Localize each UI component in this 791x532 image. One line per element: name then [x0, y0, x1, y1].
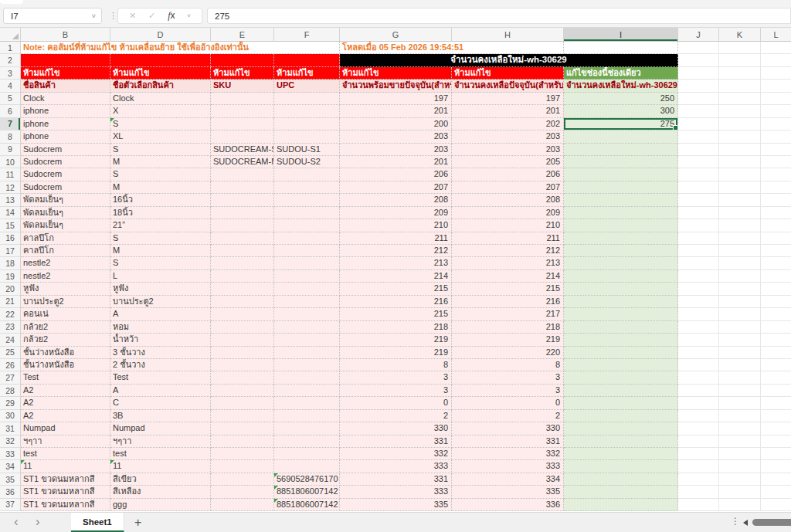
- cell-L1[interactable]: [761, 42, 791, 54]
- cell-B10[interactable]: Sudocrem: [21, 156, 110, 168]
- cell-F18[interactable]: [274, 257, 340, 269]
- cell-B18[interactable]: nestle2: [21, 257, 110, 269]
- cell-J24[interactable]: [678, 334, 719, 346]
- cell-I10[interactable]: [564, 156, 678, 168]
- column-header-K[interactable]: K: [719, 28, 761, 42]
- cell-F10[interactable]: SUDOU-S2: [274, 156, 340, 168]
- cell-D22[interactable]: A: [110, 308, 211, 320]
- cell-D12[interactable]: M: [110, 181, 211, 194]
- function-chevron-icon[interactable]: ˅: [187, 12, 191, 19]
- cell-J35[interactable]: [678, 473, 719, 486]
- cell-K9[interactable]: [719, 144, 761, 156]
- cell-L6[interactable]: [761, 105, 791, 117]
- cell-I4[interactable]: จำนวนคงเหลือใหม่-wh-30629: [564, 80, 678, 92]
- cell-F29[interactable]: [274, 397, 340, 409]
- cell-E30[interactable]: [211, 410, 274, 422]
- cell-E16[interactable]: [211, 232, 274, 245]
- cell-H35[interactable]: 334: [452, 473, 564, 486]
- cell-H7[interactable]: 202: [452, 118, 564, 130]
- cell-G6[interactable]: 201: [340, 105, 452, 117]
- column-header-L[interactable]: L: [761, 28, 791, 42]
- cell-F28[interactable]: [274, 385, 340, 397]
- cell-L5[interactable]: [761, 93, 791, 105]
- cell-L14[interactable]: [761, 207, 791, 219]
- cell-D15[interactable]: 21”: [110, 219, 211, 232]
- cell-D35[interactable]: สีเขียว: [110, 473, 211, 486]
- cell-E8[interactable]: [211, 130, 274, 143]
- cell-D17[interactable]: M: [110, 245, 211, 257]
- formula-input[interactable]: 275: [207, 8, 791, 24]
- cell-E9[interactable]: SUDOCREAM-S1: [211, 144, 274, 156]
- cell-L11[interactable]: [761, 168, 791, 181]
- cell-K21[interactable]: [719, 296, 761, 308]
- cell-G7[interactable]: 200: [340, 118, 452, 130]
- cell-F35[interactable]: 5690528476170: [274, 473, 340, 486]
- cell-H13[interactable]: 208: [452, 194, 564, 206]
- cell-G35[interactable]: 331: [340, 473, 452, 486]
- cell-K7[interactable]: [719, 118, 761, 130]
- cell-F20[interactable]: [274, 283, 340, 295]
- cell-J23[interactable]: [678, 321, 719, 334]
- cell-H28[interactable]: 3: [452, 385, 564, 397]
- cell-J8[interactable]: [678, 130, 719, 143]
- row-header-24[interactable]: 24: [0, 334, 21, 346]
- cell-G9[interactable]: 203: [340, 144, 452, 156]
- cell-D18[interactable]: S: [110, 257, 211, 269]
- cell-I23[interactable]: [564, 321, 678, 334]
- cell-F6[interactable]: [274, 105, 340, 117]
- cell-J11[interactable]: [678, 168, 719, 181]
- cell-D27[interactable]: Test: [110, 371, 211, 384]
- cell-L12[interactable]: [761, 181, 791, 194]
- insert-function-icon[interactable]: fx: [168, 10, 175, 22]
- row-header-23[interactable]: 23: [0, 321, 21, 334]
- cell-J3[interactable]: [678, 67, 719, 80]
- cell-D20[interactable]: หูฟัง: [110, 283, 211, 295]
- cell-E36[interactable]: [211, 486, 274, 498]
- cell-E37[interactable]: [211, 499, 274, 511]
- cell-D9[interactable]: S: [110, 144, 211, 156]
- cell-G18[interactable]: 213: [340, 257, 452, 269]
- cell-B1[interactable]: Note: คอลัมน์ที่ห้ามแก้ไข ห้ามเคลื่อนย้า…: [21, 42, 340, 54]
- cell-E18[interactable]: [211, 257, 274, 269]
- cell-K28[interactable]: [719, 385, 761, 397]
- cell-E33[interactable]: [211, 448, 274, 460]
- cell-J16[interactable]: [678, 232, 719, 245]
- cell-F36[interactable]: 8851806007142: [274, 486, 340, 498]
- cell-L18[interactable]: [761, 257, 791, 269]
- cell-G12[interactable]: 207: [340, 181, 452, 194]
- cell-K37[interactable]: [719, 499, 761, 511]
- cell-B36[interactable]: ST1 ขวดนมหลากสี: [21, 486, 110, 498]
- cell-J36[interactable]: [678, 486, 719, 498]
- cell-K18[interactable]: [719, 257, 761, 269]
- column-header-J[interactable]: J: [678, 28, 719, 42]
- cell-G27[interactable]: 3: [340, 371, 452, 384]
- row-header-19[interactable]: 19: [0, 270, 21, 283]
- cancel-icon[interactable]: ✕: [129, 11, 136, 21]
- cell-K34[interactable]: [719, 460, 761, 473]
- cell-H27[interactable]: 3: [452, 371, 564, 384]
- cell-D19[interactable]: L: [110, 270, 211, 283]
- cell-K17[interactable]: [719, 245, 761, 257]
- cell-B28[interactable]: A2: [21, 385, 110, 397]
- cell-I30[interactable]: [564, 410, 678, 422]
- cell-H4[interactable]: จำนวนคงเหลือปัจจุบัน(สำหรับ: [452, 80, 564, 92]
- cell-L36[interactable]: [761, 486, 791, 498]
- row-header-21[interactable]: 21: [0, 296, 21, 308]
- cell-J13[interactable]: [678, 194, 719, 206]
- cell-F14[interactable]: [274, 207, 340, 219]
- row-header-2[interactable]: 2: [0, 54, 21, 66]
- cell-H36[interactable]: 335: [452, 486, 564, 498]
- cell-K35[interactable]: [719, 473, 761, 486]
- cell-D28[interactable]: A: [110, 385, 211, 397]
- cell-L29[interactable]: [761, 397, 791, 409]
- cell-K36[interactable]: [719, 486, 761, 498]
- cell-K19[interactable]: [719, 270, 761, 283]
- sheet-nav-next-icon[interactable]: ›: [36, 513, 40, 532]
- cell-F19[interactable]: [274, 270, 340, 283]
- cell-K11[interactable]: [719, 168, 761, 181]
- cell-E32[interactable]: [211, 435, 274, 448]
- row-header-18[interactable]: 18: [0, 257, 21, 269]
- cell-J5[interactable]: [678, 93, 719, 105]
- cell-F11[interactable]: [274, 168, 340, 181]
- cell-D8[interactable]: XL: [110, 130, 211, 143]
